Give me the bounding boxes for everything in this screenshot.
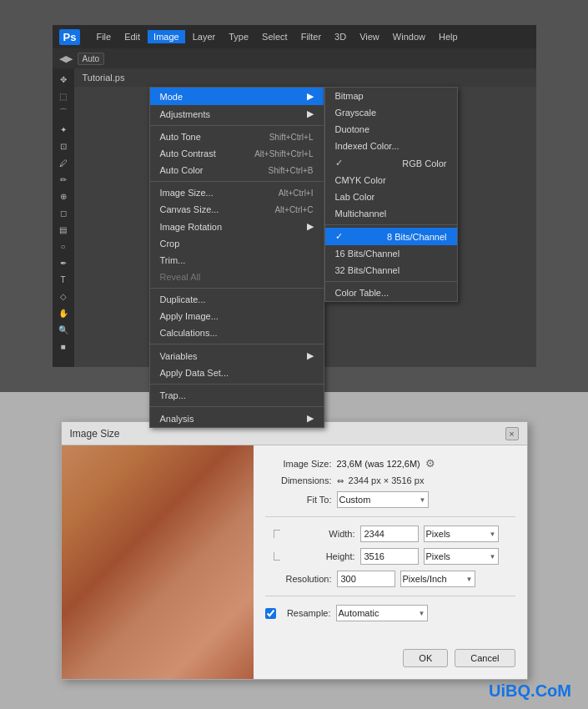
ok-button[interactable]: OK [403,649,448,667]
width-input[interactable] [360,525,419,542]
tool-gradient[interactable]: ▤ [55,222,72,237]
mode-16bit[interactable]: 16 Bits/Channel [325,245,457,262]
menu-crop[interactable]: Crop [150,235,324,252]
mode-indexed[interactable]: Indexed Color... [325,138,457,154]
sep1 [150,125,324,126]
mode-8bit[interactable]: ✓ 8 Bits/Channel [325,228,457,245]
canvas-size-shortcut: Alt+Ctrl+C [274,205,313,214]
resolution-input[interactable] [337,571,395,587]
tool-eyedropper[interactable]: 🖊 [55,155,72,170]
resample-checkbox[interactable] [265,608,276,619]
menu-duplicate[interactable]: Duplicate... [150,291,324,308]
32bit-label: 32 Bits/Channel [335,265,400,275]
width-field-label: Width: [289,529,355,539]
height-input[interactable] [360,548,419,565]
tool-crop[interactable]: ⊡ [55,138,72,153]
cancel-button[interactable]: Cancel [455,649,515,667]
form-sep2 [265,596,515,596]
canvas-size-label: Canvas Size... [160,204,219,214]
mode-color-table[interactable]: Color Table... [325,284,457,301]
menu-image-rotation[interactable]: Image Rotation ▶ [150,218,324,235]
menu-image[interactable]: Image [148,30,185,43]
height-unit-select[interactable]: Pixels [424,548,499,565]
tool-zoom[interactable]: 🔍 [55,322,72,337]
tool-fg-bg[interactable]: ■ [55,339,72,354]
menu-auto-tone[interactable]: Auto Tone Shift+Ctrl+L [150,128,324,145]
tool-select[interactable]: ⬚ [55,88,72,103]
menu-auto-color[interactable]: Auto Color Shift+Ctrl+B [150,162,324,179]
tool-brush[interactable]: ✏ [55,172,72,187]
mode-arrow-icon: ▶ [307,91,314,102]
menu-canvas-size[interactable]: Canvas Size... Alt+Ctrl+C [150,201,324,218]
dialog-close-button[interactable]: × [505,427,519,440]
menu-analysis[interactable]: Analysis ▶ [150,410,324,427]
image-size-value: 23,6M (was 122,6M) [337,459,420,469]
width-unit-select[interactable]: Pixels [424,525,499,542]
gear-icon[interactable]: ⚙ [425,457,435,470]
auto-contrast-label: Auto Contrast [160,148,216,158]
menu-view[interactable]: View [354,30,385,43]
bitmap-label: Bitmap [335,91,364,101]
menu-image-size[interactable]: Image Size... Alt+Ctrl+I [150,184,324,201]
menu-adjustments[interactable]: Adjustments ▶ [150,105,324,123]
menu-window[interactable]: Window [387,30,431,43]
tool-clone[interactable]: ⊕ [55,189,72,204]
resample-select[interactable]: Automatic [336,605,428,621]
tool-shape[interactable]: ◇ [55,289,72,304]
menu-apply-data-set[interactable]: Apply Data Set... [150,365,324,381]
menu-filter[interactable]: Filter [295,30,327,43]
menu-select[interactable]: Select [256,30,294,43]
menu-calculations[interactable]: Calculations... [150,324,324,341]
menu-file[interactable]: File [90,30,117,43]
dropdown-container: Mode ▶ Adjustments ▶ Auto Tone Shift+Ctr… [74,68,536,367]
mode-bitmap[interactable]: Bitmap [325,88,457,104]
mode-grayscale[interactable]: Grayscale [325,104,457,121]
mode-duotone[interactable]: Duotone [325,121,457,138]
tool-dodge[interactable]: ○ [55,239,72,254]
analysis-label: Analysis [160,414,194,424]
mode-rgb[interactable]: ✓ RGB Color [325,154,457,172]
ps-optbar: ◀▶ Auto [53,48,536,68]
menu-auto-contrast[interactable]: Auto Contrast Alt+Shift+Ctrl+L [150,145,324,162]
image-menu-dropdown: Mode ▶ Adjustments ▶ Auto Tone Shift+Ctr… [149,87,324,428]
indexed-label: Indexed Color... [335,141,400,151]
fit-to-select[interactable]: Custom [337,491,429,508]
tool-lasso[interactable]: ⌒ [55,105,72,120]
mode-multichannel[interactable]: Multichannel [325,205,457,222]
resolution-unit-select[interactable]: Pixels/Inch [400,571,475,587]
tool-eraser[interactable]: ◻ [55,205,72,220]
mode-32bit[interactable]: 32 Bits/Channel [325,262,457,279]
auto-contrast-shortcut: Alt+Shift+Ctrl+L [254,149,313,158]
tool-hand[interactable]: ✋ [55,305,72,320]
chain-bottom [265,552,284,561]
mode-submenu: Bitmap Grayscale Duotone Indexed Color..… [324,87,458,302]
sep3 [150,288,324,289]
mode-cmyk[interactable]: CMYK Color [325,172,457,189]
dimensions-numbers: 2344 px × 3516 px [349,475,425,485]
tool-text[interactable]: T [55,272,72,287]
menu-3d[interactable]: 3D [329,30,352,43]
menu-type[interactable]: Type [223,30,254,43]
menu-mode[interactable]: Mode ▶ [150,88,324,105]
menu-help[interactable]: Help [433,30,464,43]
tool-pen[interactable]: ✒ [55,255,72,270]
tool-magic-wand[interactable]: ✦ [55,122,72,137]
multichannel-label: Multichannel [335,209,387,219]
resolution-row: Resolution: Pixels/Inch [265,571,515,587]
menu-layer[interactable]: Layer [187,30,222,43]
menu-variables[interactable]: Variables ▶ [150,347,324,365]
menu-adjustments-label: Adjustments [160,109,211,119]
reveal-all-label: Reveal All [160,272,201,282]
menu-apply-image[interactable]: Apply Image... [150,308,324,324]
cmyk-label: CMYK Color [335,175,386,185]
tool-move[interactable]: ✥ [55,72,72,87]
calculations-label: Calculations... [160,328,218,338]
image-size-label: Image Size... [160,188,214,198]
chain-top [265,530,284,538]
auto-label: Auto [78,53,105,65]
mode-lab[interactable]: Lab Color [325,189,457,205]
menu-edit[interactable]: Edit [118,30,146,43]
menu-trim[interactable]: Trim... [150,252,324,269]
menu-trap[interactable]: Trap... [150,387,324,404]
16bit-label: 16 Bits/Channel [335,249,400,259]
